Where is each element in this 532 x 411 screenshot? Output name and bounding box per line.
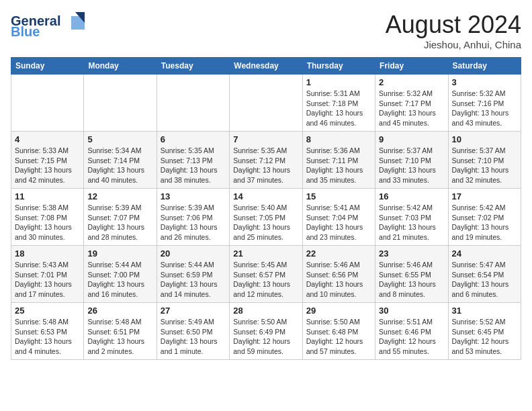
day-cell <box>230 75 302 132</box>
day-cell <box>11 75 84 132</box>
day-number: 27 <box>161 306 226 316</box>
calendar-table: Sunday Monday Tuesday Wednesday Thursday… <box>11 57 521 360</box>
day-cell: 5Sunrise: 5:34 AMSunset: 7:14 PMDaylight… <box>84 132 157 189</box>
day-info: Sunrise: 5:46 AMSunset: 6:56 PMDaylight:… <box>306 260 371 300</box>
month-title: August 2024 <box>386 11 521 39</box>
day-cell: 23Sunrise: 5:46 AMSunset: 6:55 PMDayligh… <box>375 246 448 303</box>
col-friday: Friday <box>375 58 448 75</box>
day-number: 1 <box>306 77 371 87</box>
day-info: Sunrise: 5:38 AMSunset: 7:08 PMDaylight:… <box>15 203 80 242</box>
day-cell: 4Sunrise: 5:33 AMSunset: 7:15 PMDaylight… <box>11 132 84 189</box>
day-cell: 26Sunrise: 5:48 AMSunset: 6:51 PMDayligh… <box>84 303 157 360</box>
day-number: 17 <box>452 191 517 201</box>
day-number: 24 <box>452 248 517 259</box>
page-header: General Blue August 2024 Jieshou, Anhui,… <box>11 11 521 50</box>
day-info: Sunrise: 5:46 AMSunset: 6:55 PMDaylight:… <box>379 260 444 300</box>
day-number: 25 <box>15 306 80 316</box>
location: Jieshou, Anhui, China <box>386 39 521 50</box>
day-number: 19 <box>87 248 152 259</box>
day-number: 23 <box>379 248 444 259</box>
col-wednesday: Wednesday <box>230 58 302 75</box>
week-row-3: 11Sunrise: 5:38 AMSunset: 7:08 PMDayligh… <box>11 189 521 246</box>
day-number: 11 <box>15 191 80 201</box>
day-info: Sunrise: 5:44 AMSunset: 7:00 PMDaylight:… <box>87 260 152 300</box>
week-row-1: 1Sunrise: 5:31 AMSunset: 7:18 PMDaylight… <box>11 75 521 132</box>
day-number: 29 <box>306 306 371 316</box>
day-cell: 1Sunrise: 5:31 AMSunset: 7:18 PMDaylight… <box>302 75 375 132</box>
day-info: Sunrise: 5:35 AMSunset: 7:12 PMDaylight:… <box>233 146 298 185</box>
day-cell: 22Sunrise: 5:46 AMSunset: 6:56 PMDayligh… <box>302 246 375 303</box>
day-number: 4 <box>15 134 80 144</box>
day-number: 3 <box>452 77 517 87</box>
header-row: Sunday Monday Tuesday Wednesday Thursday… <box>11 58 521 75</box>
day-info: Sunrise: 5:31 AMSunset: 7:18 PMDaylight:… <box>306 89 371 128</box>
day-number: 12 <box>87 191 152 201</box>
day-info: Sunrise: 5:45 AMSunset: 6:57 PMDaylight:… <box>233 260 298 300</box>
day-cell: 15Sunrise: 5:41 AMSunset: 7:04 PMDayligh… <box>302 189 375 246</box>
day-cell: 16Sunrise: 5:42 AMSunset: 7:03 PMDayligh… <box>375 189 448 246</box>
day-info: Sunrise: 5:43 AMSunset: 7:01 PMDaylight:… <box>15 260 80 300</box>
day-number: 6 <box>161 134 226 144</box>
day-info: Sunrise: 5:40 AMSunset: 7:05 PMDaylight:… <box>233 203 298 242</box>
day-cell: 11Sunrise: 5:38 AMSunset: 7:08 PMDayligh… <box>11 189 84 246</box>
day-info: Sunrise: 5:49 AMSunset: 6:50 PMDaylight:… <box>161 317 226 357</box>
day-cell: 14Sunrise: 5:40 AMSunset: 7:05 PMDayligh… <box>230 189 302 246</box>
day-number: 13 <box>161 191 226 201</box>
day-number: 7 <box>233 134 298 144</box>
day-info: Sunrise: 5:37 AMSunset: 7:10 PMDaylight:… <box>379 146 444 185</box>
day-number: 18 <box>15 248 80 259</box>
col-thursday: Thursday <box>302 58 375 75</box>
day-cell: 3Sunrise: 5:32 AMSunset: 7:16 PMDaylight… <box>448 75 521 132</box>
day-info: Sunrise: 5:44 AMSunset: 6:59 PMDaylight:… <box>161 260 226 300</box>
day-info: Sunrise: 5:41 AMSunset: 7:04 PMDaylight:… <box>306 203 371 242</box>
day-number: 21 <box>233 248 298 259</box>
day-number: 22 <box>306 248 371 259</box>
day-info: Sunrise: 5:42 AMSunset: 7:03 PMDaylight:… <box>379 203 444 242</box>
col-sunday: Sunday <box>11 58 84 75</box>
day-number: 26 <box>87 306 152 316</box>
day-number: 14 <box>233 191 298 201</box>
day-info: Sunrise: 5:35 AMSunset: 7:13 PMDaylight:… <box>161 146 226 185</box>
day-info: Sunrise: 5:52 AMSunset: 6:45 PMDaylight:… <box>452 317 517 357</box>
day-cell: 21Sunrise: 5:45 AMSunset: 6:57 PMDayligh… <box>230 246 302 303</box>
day-number: 5 <box>87 134 152 144</box>
logo: General Blue <box>11 11 85 36</box>
day-number: 31 <box>452 306 517 316</box>
day-cell: 12Sunrise: 5:39 AMSunset: 7:07 PMDayligh… <box>84 189 157 246</box>
day-cell <box>157 75 229 132</box>
day-number: 15 <box>306 191 371 201</box>
col-saturday: Saturday <box>448 58 521 75</box>
day-number: 30 <box>379 306 444 316</box>
col-tuesday: Tuesday <box>157 58 229 75</box>
day-info: Sunrise: 5:50 AMSunset: 6:48 PMDaylight:… <box>306 317 371 357</box>
day-number: 16 <box>379 191 444 201</box>
day-info: Sunrise: 5:36 AMSunset: 7:11 PMDaylight:… <box>306 146 371 185</box>
day-info: Sunrise: 5:32 AMSunset: 7:16 PMDaylight:… <box>452 89 517 128</box>
day-info: Sunrise: 5:37 AMSunset: 7:10 PMDaylight:… <box>452 146 517 185</box>
day-info: Sunrise: 5:48 AMSunset: 6:51 PMDaylight:… <box>87 317 152 357</box>
day-cell: 20Sunrise: 5:44 AMSunset: 6:59 PMDayligh… <box>157 246 229 303</box>
day-cell: 17Sunrise: 5:42 AMSunset: 7:02 PMDayligh… <box>448 189 521 246</box>
day-cell: 30Sunrise: 5:51 AMSunset: 6:46 PMDayligh… <box>375 303 448 360</box>
day-info: Sunrise: 5:51 AMSunset: 6:46 PMDaylight:… <box>379 317 444 357</box>
title-area: August 2024 Jieshou, Anhui, China <box>386 11 521 50</box>
day-number: 10 <box>452 134 517 144</box>
day-cell: 18Sunrise: 5:43 AMSunset: 7:01 PMDayligh… <box>11 246 84 303</box>
day-info: Sunrise: 5:47 AMSunset: 6:54 PMDaylight:… <box>452 260 517 300</box>
day-cell: 9Sunrise: 5:37 AMSunset: 7:10 PMDaylight… <box>375 132 448 189</box>
day-cell: 28Sunrise: 5:50 AMSunset: 6:49 PMDayligh… <box>230 303 302 360</box>
day-cell: 25Sunrise: 5:48 AMSunset: 6:53 PMDayligh… <box>11 303 84 360</box>
day-cell <box>84 75 157 132</box>
day-info: Sunrise: 5:33 AMSunset: 7:15 PMDaylight:… <box>15 146 80 185</box>
day-info: Sunrise: 5:34 AMSunset: 7:14 PMDaylight:… <box>87 146 152 185</box>
day-info: Sunrise: 5:50 AMSunset: 6:49 PMDaylight:… <box>233 317 298 357</box>
day-cell: 7Sunrise: 5:35 AMSunset: 7:12 PMDaylight… <box>230 132 302 189</box>
day-number: 2 <box>379 77 444 87</box>
day-info: Sunrise: 5:48 AMSunset: 6:53 PMDaylight:… <box>15 317 80 357</box>
day-cell: 29Sunrise: 5:50 AMSunset: 6:48 PMDayligh… <box>302 303 375 360</box>
day-cell: 2Sunrise: 5:32 AMSunset: 7:17 PMDaylight… <box>375 75 448 132</box>
day-cell: 13Sunrise: 5:39 AMSunset: 7:06 PMDayligh… <box>157 189 229 246</box>
day-info: Sunrise: 5:39 AMSunset: 7:06 PMDaylight:… <box>161 203 226 242</box>
week-row-2: 4Sunrise: 5:33 AMSunset: 7:15 PMDaylight… <box>11 132 521 189</box>
day-info: Sunrise: 5:32 AMSunset: 7:17 PMDaylight:… <box>379 89 444 128</box>
